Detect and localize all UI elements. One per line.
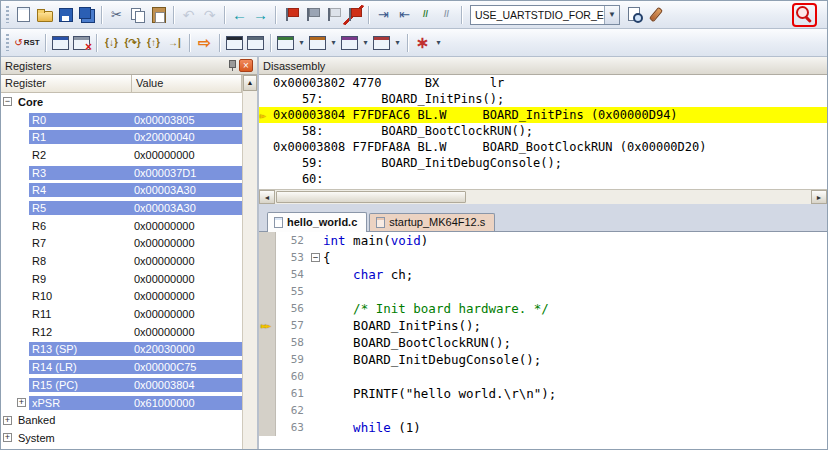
code-line[interactable]: 61 PRINTF("hello world.\r\n"); <box>259 385 827 402</box>
configure-icon[interactable] <box>645 5 666 25</box>
disassembly-line[interactable]: 0x00003808 F7FDFA8A BL.W BOARD_BootClock… <box>259 139 827 155</box>
disassembly-line[interactable]: 0x00003802 4770 BX lr <box>259 75 827 91</box>
code-line[interactable]: 54 char ch; <box>259 266 827 283</box>
watch-window-icon[interactable] <box>275 33 296 53</box>
register-row[interactable]: R30x000037D1 <box>1 164 242 182</box>
scroll-left-icon[interactable]: ◄ <box>259 190 275 204</box>
register-row[interactable]: R110x00000000 <box>1 305 242 323</box>
register-row[interactable]: R70x00000000 <box>1 235 242 253</box>
breakpoint-margin[interactable] <box>259 368 276 385</box>
editor-tab-startup-mk64f12-s[interactable]: startup_MK64F12.s <box>369 213 495 231</box>
expand-icon[interactable]: + <box>17 398 26 407</box>
register-row[interactable]: R50x00003A30 <box>1 199 242 217</box>
insert-remove-breakpoint-icon[interactable] <box>280 5 301 25</box>
close-icon[interactable]: × <box>239 59 253 72</box>
toolbox-dropdown[interactable]: ▾ <box>433 33 444 53</box>
toolbox-icon[interactable]: ∗ <box>412 33 433 53</box>
undo-icon[interactable]: ↶ <box>178 5 199 25</box>
register-row[interactable]: R40x00003A30 <box>1 181 242 199</box>
editor-tab-hello-world-c[interactable]: hello_world.c <box>267 212 367 232</box>
breakpoint-margin[interactable] <box>259 402 276 419</box>
register-row[interactable]: +xPSR0x61000000 <box>1 394 242 412</box>
disassembly-line[interactable]: 57: BOARD_InitPins(); <box>259 91 827 107</box>
copy-icon[interactable] <box>127 5 148 25</box>
code-line[interactable]: 60 <box>259 368 827 385</box>
uncomment-selection-icon[interactable]: // <box>436 5 457 25</box>
step-into-icon[interactable]: {↓} <box>101 33 122 53</box>
navigate-forward-icon[interactable]: → <box>250 5 271 25</box>
breakpoint-margin[interactable] <box>259 300 276 317</box>
navigate-back-icon[interactable]: ← <box>229 5 250 25</box>
analysis-window-dropdown[interactable]: ▾ <box>392 33 403 53</box>
breakpoint-margin[interactable] <box>259 249 276 266</box>
disassembly-line[interactable]: 58: BOARD_BootClockRUN(); <box>259 123 827 139</box>
register-row[interactable]: R00x00003805 <box>1 111 242 129</box>
find-in-files-icon[interactable] <box>624 5 645 25</box>
comment-selection-icon[interactable]: // <box>415 5 436 25</box>
code-line[interactable]: 59 BOARD_InitDebugConsole(); <box>259 351 827 368</box>
scrollbar-thumb[interactable] <box>276 191 466 203</box>
memory-window-dropdown[interactable]: ▾ <box>328 33 339 53</box>
run-icon[interactable] <box>50 33 71 53</box>
register-row[interactable]: R120x00000000 <box>1 323 242 341</box>
find-combo[interactable]: USE_UARTSTDIO_FOR_EF▼ <box>470 5 620 25</box>
new-file-icon[interactable] <box>13 5 34 25</box>
register-row[interactable]: R60x00000000 <box>1 217 242 235</box>
registers-scrollbar[interactable]: ▲ <box>242 75 257 449</box>
scroll-right-icon[interactable]: ► <box>811 190 827 204</box>
start-stop-debug-session-icon[interactable] <box>794 5 815 25</box>
open-file-icon[interactable] <box>34 5 55 25</box>
expand-icon[interactable]: + <box>3 416 12 425</box>
code-line[interactable]: ►►57 BOARD_InitPins(); <box>259 317 827 334</box>
register-row[interactable]: R100x00000000 <box>1 288 242 306</box>
register-row[interactable]: R20x00000000 <box>1 146 242 164</box>
register-row[interactable]: R13 (SP)0x20030000 <box>1 341 242 359</box>
breakpoint-margin[interactable] <box>259 419 276 436</box>
expand-icon[interactable]: + <box>3 433 12 442</box>
register-row[interactable]: +Banked <box>1 411 242 429</box>
paste-icon[interactable] <box>148 5 169 25</box>
disassembly-line[interactable]: 59: BOARD_InitDebugConsole(); <box>259 155 827 171</box>
register-row[interactable]: +System <box>1 429 242 447</box>
value-column-header[interactable]: Value <box>132 75 242 93</box>
code-line[interactable]: 63 while (1) <box>259 419 827 436</box>
breakpoint-margin[interactable] <box>259 385 276 402</box>
breakpoint-margin[interactable] <box>259 283 276 300</box>
register-column-header[interactable]: Register <box>1 75 132 93</box>
analysis-window-icon[interactable] <box>371 33 392 53</box>
step-over-icon[interactable]: {↷} <box>122 33 143 53</box>
breakpoint-margin[interactable] <box>259 266 276 283</box>
kill-all-breakpoints-icon[interactable] <box>343 5 364 25</box>
cut-icon[interactable]: ✂ <box>106 5 127 25</box>
code-line[interactable]: 52int main(void) <box>259 232 827 249</box>
register-row[interactable]: R15 (PC)0x00003804 <box>1 376 242 394</box>
breakpoint-margin[interactable] <box>259 232 276 249</box>
pin-icon[interactable] <box>226 59 237 72</box>
save-all-icon[interactable] <box>76 5 97 25</box>
redo-icon[interactable]: ↷ <box>199 5 220 25</box>
enable-disable-breakpoint-icon[interactable] <box>301 5 322 25</box>
register-row[interactable]: R80x00000000 <box>1 252 242 270</box>
show-current-statement-icon[interactable]: ⇨ <box>194 33 215 53</box>
code-line[interactable]: 58 BOARD_BootClockRUN(); <box>259 334 827 351</box>
scroll-up-icon[interactable]: ▲ <box>243 75 257 91</box>
disable-all-breakpoints-icon[interactable] <box>322 5 343 25</box>
code-line[interactable]: 62 <box>259 402 827 419</box>
serial-window-icon[interactable] <box>339 33 360 53</box>
disassembly-hscrollbar[interactable]: ◄ ► <box>259 189 827 204</box>
indent-icon[interactable]: ⇥ <box>373 5 394 25</box>
save-icon[interactable] <box>55 5 76 25</box>
breakpoint-margin[interactable] <box>259 334 276 351</box>
reset-device-icon[interactable]: RST <box>13 33 41 53</box>
stop-icon[interactable] <box>71 33 92 53</box>
register-row[interactable]: R90x00000000 <box>1 270 242 288</box>
combo-dropdown-icon[interactable]: ▼ <box>604 6 619 24</box>
code-line[interactable]: 55 <box>259 283 827 300</box>
command-window-icon[interactable] <box>224 33 245 53</box>
register-row[interactable]: R14 (LR)0x00000C75 <box>1 358 242 376</box>
breakpoint-margin[interactable]: ►► <box>259 317 276 334</box>
breakpoint-margin[interactable] <box>259 351 276 368</box>
code-line[interactable]: 53−{ <box>259 249 827 266</box>
memory-window-icon[interactable] <box>307 33 328 53</box>
disassembly-line[interactable]: ►0x00003804 F7FDFAC6 BL.W BOARD_InitPins… <box>259 107 827 123</box>
